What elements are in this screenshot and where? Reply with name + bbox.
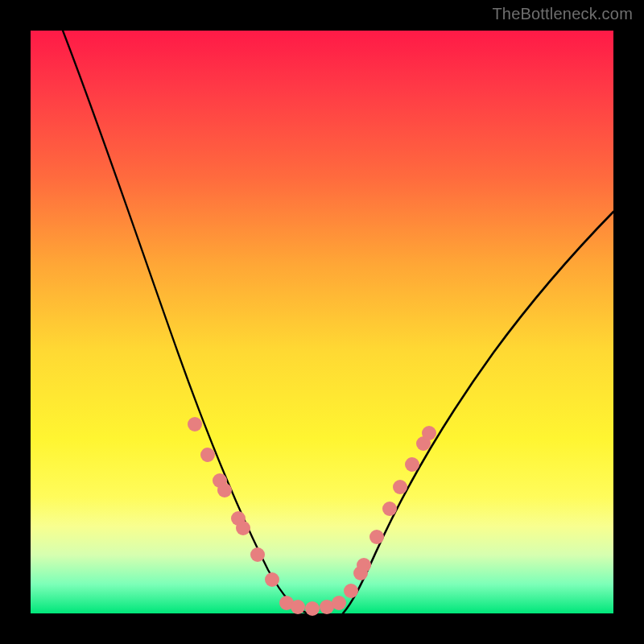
- watermark-text: TheBottleneck.com: [492, 5, 633, 23]
- scatter-dot: [422, 426, 436, 440]
- scatter-dot: [357, 558, 371, 572]
- right-curve: [343, 212, 613, 613]
- scatter-dot: [217, 483, 232, 497]
- scatter-dot: [405, 457, 419, 472]
- scatter-dot: [188, 417, 202, 431]
- scatter-dot: [305, 601, 320, 616]
- scatter-dot: [332, 596, 346, 610]
- scatter-dot: [344, 584, 358, 598]
- scatter-dot: [393, 480, 407, 494]
- scatter-dot: [369, 530, 384, 544]
- scatter-dot: [200, 448, 215, 462]
- scatter-dot: [250, 547, 265, 562]
- scatter-dot: [291, 600, 305, 614]
- scatter-dot: [382, 502, 397, 516]
- scatter-dot: [236, 521, 250, 535]
- plot-area: [31, 31, 613, 613]
- scatter-dot: [265, 572, 279, 587]
- curves-svg: [31, 31, 613, 613]
- left-curve: [63, 31, 308, 613]
- scatter-dots: [188, 417, 436, 616]
- chart-frame: TheBottleneck.com: [0, 0, 644, 644]
